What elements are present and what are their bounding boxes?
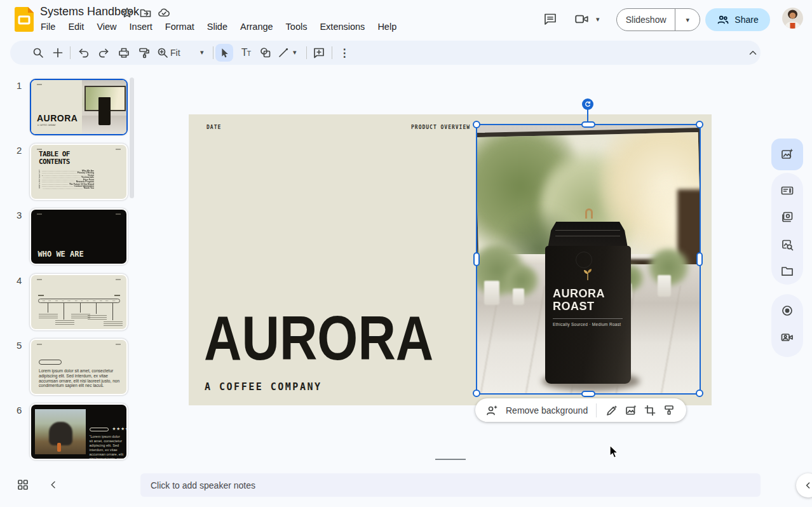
resize-handle-sw[interactable] xyxy=(473,389,480,397)
bag-brand-line1: AURORA xyxy=(553,287,619,300)
menu-format[interactable]: Format xyxy=(165,22,194,32)
main-toolbar: Fit ▾ TT ▾ ⋮ xyxy=(10,41,761,65)
menu-slide[interactable]: Slide xyxy=(207,22,227,32)
slideshow-dropdown[interactable]: ▾ xyxy=(675,9,700,30)
zoom-caret-icon[interactable]: ▾ xyxy=(200,48,204,57)
templates-card-icon[interactable] xyxy=(780,183,795,198)
grid-view-icon[interactable] xyxy=(16,478,30,492)
slide-number: 3 xyxy=(17,210,22,220)
magic-edit-icon[interactable] xyxy=(604,402,620,419)
thumb2-toc-list: 1Who We Are 2Primary Offering 3Vision 4T… xyxy=(39,170,94,186)
image-search-icon[interactable] xyxy=(780,237,795,252)
format-options-icon[interactable] xyxy=(661,402,677,419)
slide-title[interactable]: AURORA xyxy=(204,307,433,369)
cloud-status-icon[interactable] xyxy=(158,6,170,19)
camera-person-icon[interactable] xyxy=(780,330,795,345)
slideshow-label[interactable]: Slideshow xyxy=(617,15,675,25)
menu-arrange[interactable]: Arrange xyxy=(240,22,273,32)
resize-handle-ne[interactable] xyxy=(696,121,703,128)
redo-icon[interactable] xyxy=(95,44,112,61)
slide-boundary-marker xyxy=(435,459,466,460)
rail-image-generate-button[interactable] xyxy=(771,139,803,170)
slide-thumbnail-1[interactable]: AURORA A COFFEE COMPANY xyxy=(30,79,128,135)
select-tool[interactable] xyxy=(215,44,233,62)
menu-help[interactable]: Help xyxy=(377,22,396,32)
zoom-icon[interactable] xyxy=(154,44,171,61)
paint-format-icon[interactable] xyxy=(136,44,152,61)
meet-caret-icon[interactable]: ▾ xyxy=(596,15,600,24)
expand-panel-button[interactable] xyxy=(796,473,812,497)
resize-handle-nw[interactable] xyxy=(473,121,480,128)
menu-insert[interactable]: Insert xyxy=(130,22,152,32)
resize-handle-s[interactable] xyxy=(581,391,595,397)
more-options-icon[interactable]: ⋮ xyxy=(336,44,353,61)
search-menus-icon[interactable] xyxy=(30,44,46,61)
resize-handle-n[interactable] xyxy=(581,121,595,128)
slide-thumbnail-5[interactable]: Lorem ipsum dolor sit amet, consectetur … xyxy=(30,339,128,395)
rotate-handle[interactable] xyxy=(582,98,593,110)
print-icon[interactable] xyxy=(116,44,132,61)
person-sparkle-icon[interactable] xyxy=(484,403,499,418)
resize-handle-e[interactable] xyxy=(696,252,703,266)
shape-tool[interactable] xyxy=(257,44,274,61)
meet-camera-icon[interactable] xyxy=(573,10,591,28)
slide-section-label[interactable]: PRODUCT OVERVIEW xyxy=(411,125,470,130)
menu-file[interactable]: File xyxy=(41,22,55,32)
thumb5-body: Lorem ipsum dolor sit amet, consectetur … xyxy=(39,368,122,388)
replace-image-icon[interactable] xyxy=(623,402,639,419)
menu-edit[interactable]: Edit xyxy=(68,22,84,32)
zoom-level-label[interactable]: Fit xyxy=(170,48,180,58)
slide-subtitle[interactable]: A COFFEE COMPANY xyxy=(205,381,322,393)
slide-thumbnail-3[interactable]: WHO WE ARE xyxy=(30,208,128,265)
menu-tools[interactable]: Tools xyxy=(286,22,308,32)
thumb5-tag-pill xyxy=(39,360,62,365)
share-button[interactable]: Share xyxy=(705,8,770,31)
slide-date-label[interactable]: DATE xyxy=(206,125,221,130)
crop-icon[interactable] xyxy=(642,402,658,419)
folder-icon[interactable] xyxy=(780,264,795,279)
insert-comment-icon[interactable] xyxy=(311,44,327,61)
bag-brand-line2: ROAST xyxy=(553,300,619,313)
photos-icon[interactable] xyxy=(780,210,795,225)
star-icon[interactable] xyxy=(121,6,133,19)
mouse-cursor xyxy=(609,445,620,460)
thumb6-quote: "Lorem ipsum dolor sit amet, consectetur… xyxy=(90,435,124,460)
product-image[interactable]: AURORA ROAST Ethically Sourced · Medium … xyxy=(477,125,700,393)
people-icon xyxy=(717,13,729,26)
slide-thumbnail-6[interactable]: ★★★★☆ "Lorem ipsum dolor sit amet, conse… xyxy=(30,403,128,460)
move-to-folder-icon[interactable] xyxy=(139,6,152,19)
remove-background-button[interactable]: Remove background xyxy=(506,405,588,416)
line-tool[interactable] xyxy=(275,44,292,61)
bag-tagline: Ethically Sourced · Medium Roast xyxy=(553,322,623,327)
share-label: Share xyxy=(734,15,758,25)
menu-view[interactable]: View xyxy=(97,22,116,32)
resize-handle-w[interactable] xyxy=(473,252,480,266)
slide-number: 6 xyxy=(17,405,22,416)
speaker-notes-input[interactable]: Click to add speaker notes xyxy=(140,473,761,497)
comment-history-icon[interactable] xyxy=(541,10,559,28)
rail-insert-group xyxy=(771,173,803,285)
image-sparkle-icon xyxy=(780,147,795,162)
slides-logo-icon[interactable] xyxy=(15,7,34,32)
slide-number: 4 xyxy=(17,275,22,286)
bag-hook xyxy=(585,208,593,219)
resize-handle-se[interactable] xyxy=(696,389,703,397)
undo-icon[interactable] xyxy=(76,44,92,61)
line-tool-caret-icon[interactable]: ▾ xyxy=(293,48,297,57)
slideshow-button[interactable]: Slideshow ▾ xyxy=(616,8,700,31)
degassing-valve xyxy=(576,252,592,268)
record-icon[interactable] xyxy=(780,303,795,318)
account-avatar[interactable] xyxy=(782,8,803,29)
thumb6-photo xyxy=(35,409,86,454)
rail-record-group xyxy=(771,294,803,357)
slide-number: 1 xyxy=(17,80,22,91)
filmstrip-scrollbar[interactable] xyxy=(130,78,134,198)
new-slide-icon[interactable] xyxy=(50,44,66,61)
slide-thumbnail-2[interactable]: TABLE OF CONTENTS 1Who We Are 2Primary O… xyxy=(30,144,128,200)
thumb4-timeline: Jan Feb Mar Apr May Jun Jul Aug Sep Oct … xyxy=(38,299,120,304)
collapse-toolbar-icon[interactable] xyxy=(745,44,761,61)
text-box-tool[interactable]: TT xyxy=(238,44,254,61)
menu-extensions[interactable]: Extensions xyxy=(320,22,365,32)
collapse-filmstrip-icon[interactable] xyxy=(47,478,60,491)
slide-thumbnail-4[interactable]: Jan Feb Mar Apr May Jun Jul Aug Sep Oct … xyxy=(30,274,128,330)
